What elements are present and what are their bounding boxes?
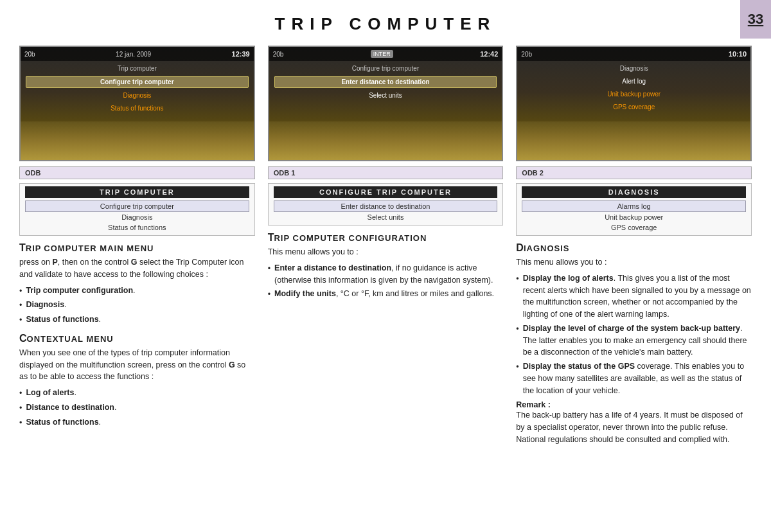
body-trip-main: press on P, then on the control G select… bbox=[19, 256, 255, 281]
bullet-3-1: • Enter a distance to destination, if no… bbox=[268, 262, 504, 287]
screen-item-gps-3: GPS coverage bbox=[522, 102, 745, 112]
info-row-gpscov-3: GPS coverage bbox=[522, 222, 746, 233]
odb-bar-2: ODB 1 bbox=[268, 166, 504, 179]
screen-item-backup-3: Unit backup power bbox=[522, 89, 745, 100]
bullet-3-2: • Modify the units, °C or °F, km and lit… bbox=[268, 288, 504, 301]
info-box-1: TRIP COMPUTER Configure trip computer Di… bbox=[19, 183, 255, 236]
info-box-2: CONFIGURE TRIP COMPUTER Enter distance t… bbox=[268, 183, 504, 226]
odb-bar-1: ODB bbox=[19, 166, 255, 179]
info-row-alarms-3: Alarms log bbox=[522, 200, 746, 212]
body-contextual: When you see one of the types of trip co… bbox=[19, 347, 255, 383]
body-diagnosis: This menu allows you to : bbox=[516, 256, 752, 269]
screen-landscape-3 bbox=[517, 121, 750, 160]
bullet-2-2: • Distance to destination. bbox=[19, 402, 255, 414]
col3: 20b 10:10 Diagnosis Alert log Unit backu… bbox=[516, 46, 752, 450]
bullet-2-1: • Log of alerts. bbox=[19, 387, 255, 400]
screen-container-2: 20b INTER 12:42 Configure trip computer … bbox=[268, 46, 504, 161]
screen-top-left-3: 20b bbox=[521, 51, 532, 58]
remark-heading-3: Remark : bbox=[516, 400, 752, 409]
info-row-diagnosis-1: Diagnosis bbox=[25, 212, 249, 222]
info-row-distance-2: Enter distance to destination bbox=[274, 200, 498, 212]
screen-top-left-1: 20b bbox=[24, 51, 35, 58]
screen-landscape-2 bbox=[269, 121, 502, 160]
screen-2: 20b INTER 12:42 Configure trip computer … bbox=[268, 46, 504, 161]
screen-item-alert-3: Alert log bbox=[522, 76, 745, 87]
page-tab: 33 bbox=[740, 0, 771, 39]
screen-badge-2: INTER bbox=[371, 50, 393, 58]
screen-container-1: 20b 12 jan. 2009 12:39 Trip computer Con… bbox=[19, 46, 255, 161]
screen-item-diagnosis-1: Diagnosis bbox=[26, 90, 249, 101]
screen-landscape-1 bbox=[21, 121, 254, 160]
odb-bar-3: ODB 2 bbox=[516, 166, 752, 179]
heading-trip-config: TRIP COMPUTER CONFIGURATION bbox=[268, 232, 504, 244]
bullet-1-1: • Trip computer configuration. bbox=[19, 285, 255, 297]
remark-body-3: The back-up battery has a life of 4 year… bbox=[516, 409, 752, 445]
screen-time-1: 12:39 bbox=[232, 50, 250, 58]
heading-contextual: CONTEXTUAL MENU bbox=[19, 333, 255, 344]
body-trip-config: This menu allows you to : bbox=[268, 246, 504, 258]
bullet-2-3: • Status of functions. bbox=[19, 416, 255, 429]
info-box-title-2: CONFIGURE TRIP COMPUTER bbox=[274, 186, 498, 198]
info-row-backup-3: Unit backup power bbox=[522, 212, 746, 222]
screen-item-distance-2: Enter distance to destination bbox=[274, 76, 497, 88]
bullet-4-2: • Display the level of charge of the sys… bbox=[516, 323, 752, 359]
screen-date-1: 12 jan. 2009 bbox=[116, 51, 151, 58]
screen-inner-1: Trip computer Configure trip computer Di… bbox=[21, 61, 254, 120]
screen-1: 20b 12 jan. 2009 12:39 Trip computer Con… bbox=[19, 46, 255, 161]
info-box-title-3: DIAGNOSIS bbox=[522, 186, 746, 198]
bullet-1-3: • Status of functions. bbox=[19, 314, 255, 326]
bullet-1-2: • Diagnosis. bbox=[19, 299, 255, 312]
screen-container-3: 20b 10:10 Diagnosis Alert log Unit backu… bbox=[516, 46, 752, 161]
screen-item-configure-1: Configure trip computer bbox=[26, 76, 249, 88]
info-box-title-1: TRIP COMPUTER bbox=[25, 186, 249, 198]
bullet-4-3: • Display the status of the GPS coverage… bbox=[516, 360, 752, 396]
text-section-3: DIAGNOSIS This menu allows you to : • Di… bbox=[516, 242, 752, 450]
screen-3: 20b 10:10 Diagnosis Alert log Unit backu… bbox=[516, 46, 752, 161]
screen-time-3: 10:10 bbox=[729, 50, 747, 58]
info-row-units-2: Select units bbox=[274, 212, 498, 222]
col2: 20b INTER 12:42 Configure trip computer … bbox=[268, 46, 504, 450]
heading-trip-main: TRIP COMPUTER MAIN MENU bbox=[19, 242, 255, 254]
screen-top-bar-3: 20b 10:10 bbox=[517, 47, 750, 61]
bullet-4-1: • Display the log of alerts. This gives … bbox=[516, 272, 752, 321]
screen-subtitle-2: Configure trip computer bbox=[274, 65, 497, 72]
screen-time-2: 12:42 bbox=[480, 50, 498, 58]
info-row-configure-1: Configure trip computer bbox=[25, 200, 249, 212]
page-number: 33 bbox=[748, 11, 763, 28]
info-box-3: DIAGNOSIS Alarms log Unit backup power G… bbox=[516, 183, 752, 236]
text-section-2: TRIP COMPUTER CONFIGURATION This menu al… bbox=[268, 232, 504, 303]
page-title: TRIP COMPUTER bbox=[0, 0, 771, 46]
screen-top-bar-1: 20b 12 jan. 2009 12:39 bbox=[21, 47, 254, 61]
screen-inner-2: Configure trip computer Enter distance t… bbox=[269, 61, 502, 107]
text-section-1: TRIP COMPUTER MAIN MENU press on P, then… bbox=[19, 242, 255, 430]
screen-subtitle-3: Diagnosis bbox=[522, 65, 745, 72]
info-row-status-1: Status of functions bbox=[25, 222, 249, 233]
content-columns: 20b 12 jan. 2009 12:39 Trip computer Con… bbox=[0, 46, 771, 450]
screen-item-units-2: Select units bbox=[274, 90, 497, 101]
col1: 20b 12 jan. 2009 12:39 Trip computer Con… bbox=[19, 46, 255, 450]
screen-inner-3: Diagnosis Alert log Unit backup power GP… bbox=[517, 61, 750, 118]
heading-diagnosis: DIAGNOSIS bbox=[516, 242, 752, 254]
screen-item-status-1: Status of functions bbox=[26, 103, 249, 114]
screen-top-left-2: 20b bbox=[273, 51, 284, 58]
screen-top-bar-2: 20b INTER 12:42 bbox=[269, 47, 502, 61]
screen-subtitle-1: Trip computer bbox=[26, 65, 249, 72]
